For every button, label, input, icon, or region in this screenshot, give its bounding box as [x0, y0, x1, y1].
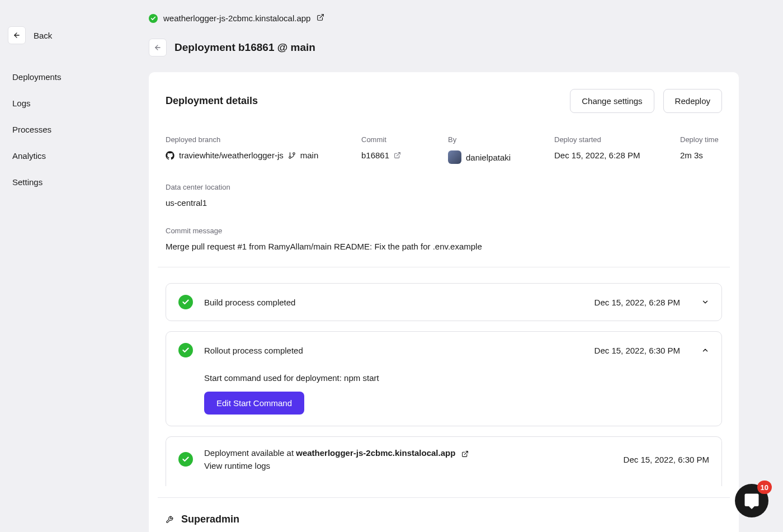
main: weatherlogger-js-2cbmc.kinstalocal.app D…	[149, 13, 739, 532]
meta-label: By	[448, 135, 526, 144]
start-command-text: Start command used for deployment: npm s…	[204, 373, 709, 383]
meta-label: Deployed branch	[166, 135, 333, 144]
step-available: Deployment available at weatherlogger-js…	[166, 436, 722, 486]
meta-commit: Commit b16861	[361, 135, 420, 164]
meta-value: traviewhite/weatherlogger-js main	[166, 150, 333, 160]
page-title: Deployment b16861 @ main	[174, 41, 315, 54]
available-url: weatherlogger-js-2cbmc.kinstalocal.app	[296, 448, 455, 458]
step-status-ok	[178, 295, 193, 309]
meta-value: us-central1	[166, 198, 722, 208]
meta-label: Commit message	[166, 227, 722, 235]
edit-start-command-button[interactable]: Edit Start Command	[204, 392, 304, 415]
superadmin-row: Superadmin	[166, 514, 722, 525]
arrow-left-icon	[154, 44, 162, 51]
sidebar: Back Deployments Logs Processes Analytic…	[8, 26, 120, 187]
status-dot-ok	[149, 14, 158, 23]
svg-line-6	[397, 153, 400, 156]
step-head: Deployment available at weatherlogger-js…	[178, 448, 709, 470]
meta-deploy-started: Deploy started Dec 15, 2022, 6:28 PM	[554, 135, 652, 164]
repo-name: traviewhite/weatherlogger-js	[179, 150, 284, 160]
meta-value: Merge pull request #1 from RamyAllam/mai…	[166, 242, 722, 251]
svg-line-7	[464, 451, 468, 454]
step-build[interactable]: Build process completed Dec 15, 2022, 6:…	[166, 283, 722, 321]
meta-value: danielpataki	[448, 150, 526, 164]
arrow-left-icon	[13, 31, 21, 39]
meta-by: By danielpataki	[448, 135, 526, 164]
card-actions: Change settings Redeploy	[570, 89, 722, 113]
step-time: Dec 15, 2022, 6:30 PM	[624, 455, 709, 464]
avatar	[448, 150, 461, 164]
check-icon	[150, 16, 156, 21]
available-url-link[interactable]: weatherlogger-js-2cbmc.kinstalocal.app	[296, 448, 455, 458]
change-settings-button[interactable]: Change settings	[570, 89, 654, 113]
divider	[158, 497, 730, 498]
chevron-down-icon	[701, 298, 709, 306]
meta-value: 2m 3s	[680, 150, 719, 160]
step-label: Rollout process completed	[204, 346, 583, 355]
chat-icon	[743, 492, 760, 509]
view-runtime-logs-link[interactable]: View runtime logs	[204, 461, 612, 470]
step-head: Build process completed Dec 15, 2022, 6:…	[178, 295, 709, 309]
step-head[interactable]: Rollout process completed Dec 15, 2022, …	[178, 343, 709, 357]
divider	[158, 267, 730, 267]
nav-list: Deployments Logs Processes Analytics Set…	[8, 72, 120, 187]
nav-processes[interactable]: Processes	[12, 125, 120, 134]
check-icon	[182, 346, 190, 354]
meta-label: Deploy time	[680, 135, 719, 144]
github-icon	[166, 151, 174, 160]
meta-label: Commit	[361, 135, 420, 144]
app-url-link[interactable]: weatherlogger-js-2cbmc.kinstalocal.app	[163, 13, 324, 23]
meta-value: Dec 15, 2022, 6:28 PM	[554, 150, 652, 160]
step-label: Deployment available at weatherlogger-js…	[204, 448, 612, 470]
back-button[interactable]	[8, 26, 26, 44]
wrench-icon	[166, 516, 173, 524]
title-row: Deployment b16861 @ main	[149, 39, 739, 57]
check-icon	[182, 455, 190, 463]
redeploy-button[interactable]: Redeploy	[663, 89, 722, 113]
back-label: Back	[34, 31, 52, 40]
step-rollout: Rollout process completed Dec 15, 2022, …	[166, 331, 722, 426]
step-status-ok	[178, 343, 193, 357]
card-header: Deployment details Change settings Redep…	[166, 89, 722, 113]
step-body: Start command used for deployment: npm s…	[178, 357, 709, 415]
available-prefix: Deployment available at	[204, 448, 296, 458]
meta-label: Deploy started	[554, 135, 652, 144]
meta-commit-message: Commit message Merge pull request #1 fro…	[166, 227, 722, 251]
chat-button[interactable]: 10	[735, 484, 768, 517]
nav-analytics[interactable]: Analytics	[12, 151, 120, 161]
app-url-text: weatherlogger-js-2cbmc.kinstalocal.app	[163, 13, 310, 23]
external-link-icon	[461, 450, 469, 458]
meta-row-1: Deployed branch traviewhite/weatherlogge…	[166, 135, 722, 164]
card-title: Deployment details	[166, 95, 258, 107]
external-link-icon	[317, 13, 324, 21]
commit-sha: b16861	[361, 150, 389, 160]
svg-line-1	[319, 15, 323, 18]
chevron-up-icon	[701, 346, 709, 354]
meta-deploy-time: Deploy time 2m 3s	[680, 135, 719, 164]
app-url-row: weatherlogger-js-2cbmc.kinstalocal.app	[149, 13, 739, 23]
git-branch-icon	[288, 152, 296, 159]
nav-logs[interactable]: Logs	[12, 98, 120, 108]
chat-badge: 10	[757, 481, 772, 494]
step-time: Dec 15, 2022, 6:30 PM	[595, 346, 680, 355]
branch-name: main	[300, 150, 319, 160]
details-card: Deployment details Change settings Redep…	[149, 72, 739, 532]
superadmin-label: Superadmin	[181, 514, 239, 525]
back-row: Back	[8, 26, 120, 44]
step-time: Dec 15, 2022, 6:28 PM	[595, 298, 680, 307]
check-icon	[182, 298, 190, 306]
nav-settings[interactable]: Settings	[12, 177, 120, 187]
meta-data-center: Data center location us-central1	[166, 183, 722, 208]
title-back-button[interactable]	[149, 39, 167, 57]
step-label: Build process completed	[204, 298, 583, 307]
step-status-ok	[178, 452, 193, 467]
nav-deployments[interactable]: Deployments	[12, 72, 120, 82]
external-link-icon	[394, 152, 401, 159]
by-name: danielpataki	[466, 153, 511, 162]
meta-deployed-branch: Deployed branch traviewhite/weatherlogge…	[166, 135, 333, 164]
meta-label: Data center location	[166, 183, 722, 191]
meta-value[interactable]: b16861	[361, 150, 420, 160]
